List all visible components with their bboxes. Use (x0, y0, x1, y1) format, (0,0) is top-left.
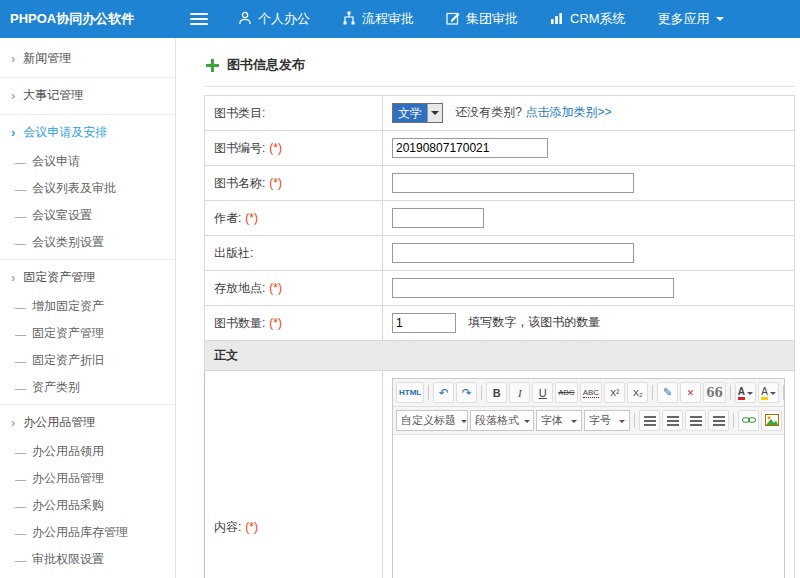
blockquote-button[interactable]: 66 (703, 382, 726, 403)
subscript-button[interactable]: X₂ (627, 382, 648, 403)
sidebar-item-supplies-manage[interactable]: — 办公用品管理 (0, 465, 175, 492)
person-icon (238, 11, 252, 28)
toolbar-separator (783, 385, 784, 400)
remove-format-button[interactable]: ✕ (680, 382, 701, 403)
sidebar-item-approval-permission[interactable]: — 审批权限设置 (0, 546, 175, 573)
dash-icon: — (15, 183, 26, 195)
link-button[interactable] (738, 410, 759, 431)
image-button[interactable] (761, 410, 782, 431)
sidebar-item-news-management[interactable]: › 新闻管理 (0, 41, 175, 74)
sidebar-item-meeting-apply[interactable]: — 会议申请 (0, 148, 175, 175)
nav-label: CRM系统 (570, 10, 626, 28)
rich-text-editor: HTML ↶ ↷ B I U ABC ABC X² (392, 378, 785, 578)
sidebar-item-milestone-management[interactable]: › 大事记管理 (0, 78, 175, 111)
sidebar-item-supplies-purchase[interactable]: — 办公用品采购 (0, 492, 175, 519)
required-mark: (*) (245, 211, 258, 225)
editor-content-area[interactable] (393, 435, 784, 578)
sidebar: › 新闻管理 › 大事记管理 › 会议申请及安排 — 会议申请 (0, 38, 176, 578)
sidebar-item-meeting-room[interactable]: — 会议室设置 (0, 202, 175, 229)
format-painter-button[interactable]: ✎ (657, 382, 678, 403)
bold-button[interactable]: B (486, 382, 507, 403)
align-center-button[interactable] (662, 410, 683, 431)
nav-item-crm[interactable]: CRM系统 (550, 10, 626, 28)
strikethrough-button[interactable]: ABC (555, 382, 577, 403)
underline-button[interactable]: U (532, 382, 553, 403)
nav-item-process-approval[interactable]: 流程审批 (342, 10, 414, 28)
html-source-button[interactable]: HTML (396, 382, 424, 403)
dash-icon: — (15, 237, 26, 249)
sidebar-subitem-label: 固定资产管理 (32, 325, 104, 342)
sidebar-item-asset-management[interactable]: › 固定资产管理 (0, 260, 175, 293)
row-author: 作者:(*) (205, 201, 795, 236)
location-label: 存放地点: (214, 281, 265, 295)
required-mark: (*) (245, 520, 258, 534)
topbar: PHPOA协同办公软件 个人办公 流程审批 集团审批 (0, 0, 800, 38)
dash-icon: — (15, 210, 26, 222)
chevron-down-icon (571, 420, 577, 426)
font-family-select[interactable]: 字体 (536, 410, 582, 431)
quantity-input[interactable] (392, 313, 456, 333)
sidebar-subitem-label: 会议申请 (32, 153, 80, 170)
book-name-input[interactable] (392, 173, 634, 193)
chevron-down-icon (716, 17, 724, 25)
sidebar-subitem-label: 办公用品采购 (32, 497, 104, 514)
location-input[interactable] (392, 278, 674, 298)
highlight-color-button[interactable]: A (758, 382, 779, 403)
nav-label: 个人办公 (258, 10, 310, 28)
paragraph-format-select[interactable]: 段落格式 (470, 410, 534, 431)
sidebar-item-add-asset[interactable]: — 增加固定资产 (0, 293, 175, 320)
undo-button[interactable]: ↶ (433, 382, 454, 403)
sidebar-item-asset-manage[interactable]: — 固定资产管理 (0, 320, 175, 347)
sidebar-item-asset-category[interactable]: — 资产类别 (0, 374, 175, 401)
font-size-select[interactable]: 字号 (584, 410, 630, 431)
sidebar-item-supplies-request[interactable]: — 办公用品领用 (0, 438, 175, 465)
body-header: 正文 (205, 341, 795, 371)
book-no-input[interactable] (392, 138, 548, 158)
chevron-right-icon: › (11, 271, 15, 284)
sidebar-item-supplies-management[interactable]: › 办公用品管理 (0, 405, 175, 438)
sidebar-group-office-supplies: › 办公用品管理 — 办公用品领用 — 办公用品管理 — 办公用品采购 — (0, 405, 175, 578)
plus-icon (206, 59, 219, 72)
font-color-button[interactable]: A (735, 382, 756, 403)
sidebar-item-meeting-management[interactable]: › 会议申请及安排 (0, 115, 175, 148)
align-left-button[interactable] (639, 410, 660, 431)
quantity-hint: 填写数字，该图书的数量 (468, 315, 600, 329)
redo-button[interactable]: ↷ (456, 382, 477, 403)
chevron-down-icon (770, 392, 776, 398)
author-input[interactable] (392, 208, 484, 228)
sidebar-subitem-label: 办公用品库存管理 (32, 524, 128, 541)
nav-item-group-approval[interactable]: 集团审批 (446, 10, 518, 28)
align-center-icon (667, 416, 679, 426)
sidebar-item-meeting-list[interactable]: — 会议列表及审批 (0, 175, 175, 202)
required-mark: (*) (269, 281, 282, 295)
sidebar-item-supplies-category[interactable]: — 办公用品分类设置 (0, 573, 175, 578)
dash-icon: — (15, 382, 26, 394)
spellcheck-button[interactable]: ABC (580, 382, 602, 403)
custom-title-select[interactable]: 自定义标题 (396, 410, 468, 431)
nav-item-more-apps[interactable]: 更多应用 (658, 10, 724, 28)
align-justify-button[interactable] (708, 410, 729, 431)
sidebar-item-asset-depreciation[interactable]: — 固定资产折旧 (0, 347, 175, 374)
main-content: 图书信息发布 图书类目: 文学 还没有类别? 点击添加类别>> (176, 38, 800, 578)
category-select[interactable]: 文学 (392, 103, 443, 123)
add-category-link[interactable]: 点击添加类别>> (525, 105, 611, 119)
hamburger-menu-icon[interactable] (190, 13, 208, 25)
italic-button[interactable]: I (509, 382, 530, 403)
editor-toolbar-row1: HTML ↶ ↷ B I U ABC ABC X² (393, 379, 784, 407)
align-right-button[interactable] (685, 410, 706, 431)
dash-icon: — (15, 500, 26, 512)
sidebar-item-label: 会议申请及安排 (23, 124, 107, 141)
flow-icon (342, 11, 356, 28)
toolbar-separator (428, 385, 429, 400)
dash-icon: — (15, 328, 26, 340)
sidebar-item-label: 新闻管理 (23, 50, 71, 67)
sidebar-group-news: › 新闻管理 (0, 41, 175, 78)
publisher-input[interactable] (392, 243, 634, 263)
sidebar-item-supplies-stock[interactable]: — 办公用品库存管理 (0, 519, 175, 546)
sidebar-item-meeting-category[interactable]: — 会议类别设置 (0, 229, 175, 256)
align-justify-icon (713, 416, 725, 426)
nav-item-personal-office[interactable]: 个人办公 (238, 10, 310, 28)
sidebar-subitem-label: 增加固定资产 (32, 298, 104, 315)
superscript-button[interactable]: X² (604, 382, 625, 403)
row-category: 图书类目: 文学 还没有类别? 点击添加类别>> (205, 96, 795, 131)
